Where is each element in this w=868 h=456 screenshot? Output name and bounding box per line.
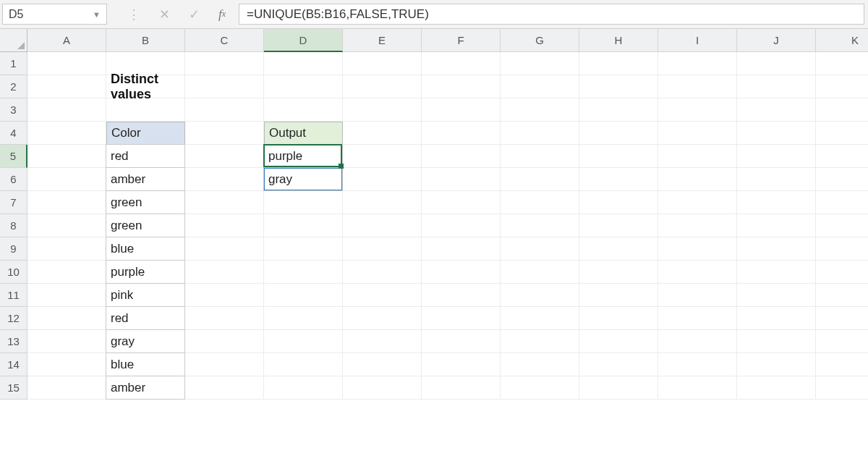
cell-E8[interactable] [343,214,422,237]
cell-I13[interactable] [658,330,737,353]
cell-H6[interactable] [579,168,658,191]
cell-E2[interactable] [343,75,422,98]
fx-icon[interactable]: fx [218,7,226,22]
cell-C15[interactable] [185,376,264,400]
cell-H9[interactable] [579,237,658,261]
cell-E6[interactable] [343,168,422,191]
cell-H3[interactable] [579,98,658,122]
cell-D13[interactable] [264,330,343,353]
cell-I7[interactable] [658,191,737,214]
cell-C5[interactable] [185,145,264,168]
cell-H2[interactable] [579,75,658,98]
cell-J12[interactable] [737,307,816,330]
cell-A15[interactable] [27,376,106,400]
cell-A10[interactable] [27,261,106,284]
cell-K14[interactable] [816,353,868,376]
cell-D9[interactable] [264,237,343,261]
col-header-K[interactable]: K [816,29,868,52]
cell-F4[interactable] [422,122,501,145]
color-value[interactable]: gray [106,329,185,353]
cell-A2[interactable] [27,75,106,98]
cell-K3[interactable] [816,98,868,122]
cell-J2[interactable] [737,75,816,98]
formula-input[interactable]: =UNIQUE(B5:B16,FALSE,TRUE) [239,4,864,25]
cell-C3[interactable] [185,98,264,122]
chevron-down-icon[interactable]: ▼ [93,10,101,19]
cell-K9[interactable] [816,237,868,261]
color-value[interactable]: red [106,144,185,168]
cell-J1[interactable] [737,52,816,75]
cell-F7[interactable] [422,191,501,214]
cell-D14[interactable] [264,353,343,376]
color-value[interactable]: pink [106,283,185,307]
cell-J5[interactable] [737,145,816,168]
cell-J11[interactable] [737,284,816,307]
cell-I1[interactable] [658,52,737,75]
cell-K5[interactable] [816,145,868,168]
cell-F2[interactable] [422,75,501,98]
cell-G9[interactable] [501,237,579,261]
cell-F8[interactable] [422,214,501,237]
row-header-4[interactable]: 4 [0,122,27,145]
row-header-2[interactable]: 2 [0,75,27,98]
cell-K11[interactable] [816,284,868,307]
row-header-3[interactable]: 3 [0,98,27,122]
cell-K7[interactable] [816,191,868,214]
col-header-J[interactable]: J [737,29,816,52]
cancel-icon[interactable]: ✕ [159,7,170,22]
row-header-8[interactable]: 8 [0,214,27,237]
color-value[interactable]: purple [106,260,185,284]
col-header-D[interactable]: D [264,29,343,52]
row-header-13[interactable]: 13 [0,330,27,353]
cell-F14[interactable] [422,353,501,376]
cell-D8[interactable] [264,214,343,237]
cell-E12[interactable] [343,307,422,330]
cell-K10[interactable] [816,261,868,284]
color-value[interactable]: green [106,214,185,237]
cell-A4[interactable] [27,122,106,145]
cell-G8[interactable] [501,214,579,237]
cell-A6[interactable] [27,168,106,191]
color-value[interactable]: blue [106,352,185,376]
cell-I14[interactable] [658,353,737,376]
cell-J15[interactable] [737,376,816,400]
cell-C4[interactable] [185,122,264,145]
cell-C8[interactable] [185,214,264,237]
cell-H11[interactable] [579,284,658,307]
row-header-14[interactable]: 14 [0,353,27,376]
col-header-I[interactable]: I [658,29,737,52]
cell-J3[interactable] [737,98,816,122]
cell-K1[interactable] [816,52,868,75]
cell-J10[interactable] [737,261,816,284]
color-value[interactable]: blue [106,237,185,261]
cell-A1[interactable] [27,52,106,75]
cell-K4[interactable] [816,122,868,145]
cell-F10[interactable] [422,261,501,284]
cell-D2[interactable] [264,75,343,98]
cell-H13[interactable] [579,330,658,353]
page-title[interactable]: Distinct values [106,75,185,98]
cell-I12[interactable] [658,307,737,330]
cell-J9[interactable] [737,237,816,261]
cell-I3[interactable] [658,98,737,122]
cell-D3[interactable] [264,98,343,122]
cell-A12[interactable] [27,307,106,330]
cell-K13[interactable] [816,330,868,353]
cell-E1[interactable] [343,52,422,75]
cell-E11[interactable] [343,284,422,307]
col-header-C[interactable]: C [185,29,264,52]
cell-C9[interactable] [185,237,264,261]
cell-D12[interactable] [264,307,343,330]
row-header-11[interactable]: 11 [0,284,27,307]
output-header[interactable]: Output [264,122,343,145]
cell-G7[interactable] [501,191,579,214]
cell-H5[interactable] [579,145,658,168]
cell-K12[interactable] [816,307,868,330]
cell-J8[interactable] [737,214,816,237]
cell-G3[interactable] [501,98,579,122]
cell-A9[interactable] [27,237,106,261]
cell-H15[interactable] [579,376,658,400]
cell-J4[interactable] [737,122,816,145]
cell-H4[interactable] [579,122,658,145]
cell-H12[interactable] [579,307,658,330]
